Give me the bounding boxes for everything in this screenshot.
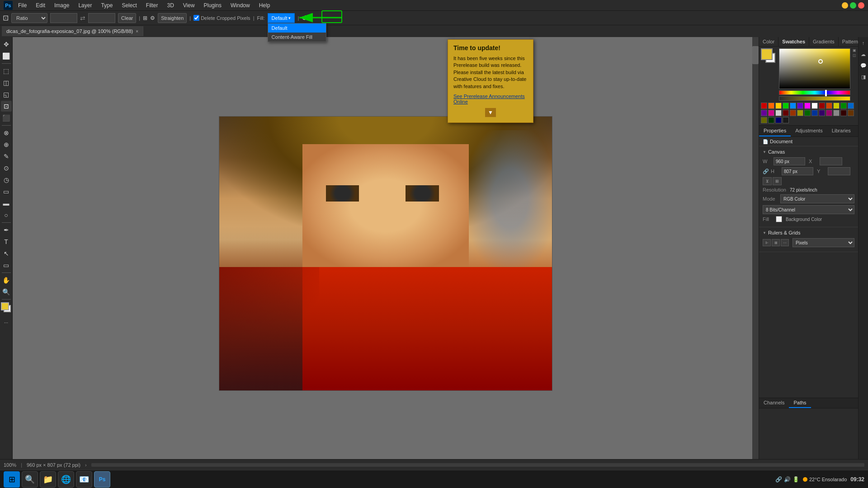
- lasso-tool[interactable]: ◫: [1, 77, 12, 88]
- gradient-tool[interactable]: ▬: [1, 198, 12, 209]
- lock-icon[interactable]: 🔗: [763, 169, 769, 174]
- menu-view[interactable]: View: [179, 1, 198, 9]
- rulers-grids-header[interactable]: ▼ Rulers & Grids: [763, 230, 854, 235]
- hue-slider[interactable]: [779, 90, 850, 95]
- path-select-tool[interactable]: ↖: [1, 248, 12, 259]
- tab-patterns[interactable]: Patterns: [839, 37, 858, 46]
- menu-type[interactable]: Type: [97, 1, 116, 9]
- eraser-tool[interactable]: ▭: [1, 186, 12, 197]
- swatch-item[interactable]: [783, 110, 789, 116]
- spot-heal-tool[interactable]: ⊕: [1, 139, 12, 150]
- object-select-tool[interactable]: ◱: [1, 89, 12, 100]
- swatch-item[interactable]: [833, 110, 840, 116]
- paths-tab[interactable]: Paths: [789, 398, 811, 408]
- ruler-unit-select[interactable]: Pixels: [793, 238, 854, 247]
- swatch-item[interactable]: [768, 110, 774, 116]
- menu-image[interactable]: Image: [51, 1, 73, 9]
- bits-select[interactable]: 8 Bits/Channel: [763, 205, 854, 214]
- message-icon[interactable]: 💬: [859, 61, 868, 70]
- canvas-header[interactable]: ▼ Canvas: [763, 149, 854, 155]
- swatch-item[interactable]: [804, 103, 811, 109]
- cloud-icon[interactable]: ☁: [859, 49, 868, 59]
- eyedropper-tool[interactable]: ⊗: [1, 127, 12, 138]
- libraries-tab[interactable]: Libraries: [827, 126, 855, 136]
- menu-edit[interactable]: Edit: [32, 1, 49, 9]
- ruler-icon-1[interactable]: ⊩: [763, 239, 771, 246]
- panel-toggle-icon[interactable]: ◨: [859, 72, 868, 82]
- canvas-area[interactable]: [13, 37, 759, 470]
- canvas-height-input[interactable]: [782, 167, 813, 175]
- settings-icon[interactable]: ⚙: [150, 15, 155, 21]
- menu-select[interactable]: Select: [118, 1, 140, 9]
- panel-strip-icon-2[interactable]: ◫: [853, 53, 856, 57]
- extra-tools[interactable]: …: [1, 316, 12, 327]
- v-scrollbar[interactable]: [752, 37, 759, 470]
- swatch-item[interactable]: [775, 117, 782, 123]
- swatch-item[interactable]: [826, 103, 832, 109]
- tab-color[interactable]: Color: [759, 37, 778, 46]
- pen-tool[interactable]: ✒: [1, 225, 12, 235]
- fill-color-swatch[interactable]: [776, 216, 782, 222]
- swatch-item[interactable]: [790, 103, 796, 109]
- swatch-item[interactable]: [804, 110, 811, 116]
- swatch-item[interactable]: [775, 103, 782, 109]
- crop-tool[interactable]: ⊡: [1, 101, 12, 112]
- width-input[interactable]: [50, 13, 77, 23]
- panel-strip-icon-1[interactable]: ▣: [853, 48, 856, 52]
- taskbar-start[interactable]: ⊞: [4, 471, 20, 488]
- menu-layer[interactable]: Layer: [75, 1, 95, 9]
- swatch-item[interactable]: [848, 103, 854, 109]
- document-section[interactable]: 📄 Document: [759, 137, 858, 146]
- close-button[interactable]: [858, 2, 864, 9]
- tab-close-button[interactable]: ×: [136, 29, 138, 34]
- swatch-item[interactable]: [811, 103, 818, 109]
- dodge-tool[interactable]: ○: [1, 210, 12, 221]
- tray-volume-icon[interactable]: 🔊: [784, 476, 791, 483]
- maximize-button[interactable]: [850, 2, 856, 9]
- swatch-item[interactable]: [790, 110, 796, 116]
- swatch-item[interactable]: [783, 103, 789, 109]
- mode-select[interactable]: RGB Color: [780, 194, 854, 203]
- clock-display[interactable]: 09:32: [850, 476, 864, 483]
- channels-tab[interactable]: Channels: [759, 398, 789, 408]
- crop-tool-icon[interactable]: ⊡: [3, 14, 9, 22]
- delete-cropped-label[interactable]: Delete Cropped Pixels: [193, 15, 250, 21]
- swatch-item[interactable]: [768, 117, 774, 123]
- menu-3d[interactable]: 3D: [163, 1, 177, 9]
- hand-tool[interactable]: ✋: [1, 275, 12, 286]
- properties-tab[interactable]: Properties: [759, 126, 791, 136]
- swatch-item[interactable]: [819, 103, 825, 109]
- brush-tool[interactable]: ✎: [1, 151, 12, 162]
- taskbar-browser[interactable]: 🌐: [58, 471, 74, 488]
- tray-battery-icon[interactable]: 🔋: [793, 476, 799, 483]
- shape-tool[interactable]: ▭: [1, 260, 12, 271]
- weather-display[interactable]: 22°C Ensolarado: [803, 477, 847, 482]
- taskbar-search[interactable]: 🔍: [22, 471, 38, 488]
- adjustments-tab[interactable]: Adjustments: [791, 126, 827, 136]
- swatch-item[interactable]: [761, 117, 767, 123]
- ruler-icon-3[interactable]: ⋯: [781, 239, 789, 246]
- taskbar-files[interactable]: 📁: [40, 471, 56, 488]
- share-icon[interactable]: ↑: [859, 38, 868, 48]
- clear-button[interactable]: Clear: [118, 13, 136, 23]
- swatch-item[interactable]: [819, 110, 825, 116]
- swatch-item[interactable]: [840, 103, 847, 109]
- menu-filter[interactable]: Filter: [142, 1, 162, 9]
- tab-gradients[interactable]: Gradients: [809, 37, 839, 46]
- swatch-item[interactable]: [768, 103, 774, 109]
- minimize-button[interactable]: [842, 2, 848, 9]
- document-tab[interactable]: dicas_de_fotografia-exposicao_07.jpg @ 1…: [2, 26, 143, 36]
- move-tool[interactable]: ✥: [1, 39, 12, 50]
- swatch-item[interactable]: [826, 110, 832, 116]
- swatch-item[interactable]: [833, 103, 840, 109]
- menu-plugins[interactable]: Plugins: [200, 1, 225, 9]
- notification-link[interactable]: See Prerelease Announcements Online: [453, 94, 525, 104]
- color-gradient-picker[interactable]: [779, 48, 850, 89]
- canvas-width-input[interactable]: [774, 157, 805, 165]
- height-input[interactable]: [88, 13, 115, 23]
- ruler-icon-2[interactable]: ⊞: [772, 239, 780, 246]
- type-tool[interactable]: T: [1, 236, 12, 247]
- status-arrow[interactable]: ›: [85, 462, 87, 468]
- swatch-item[interactable]: [761, 103, 767, 109]
- swatch-item[interactable]: [848, 110, 854, 116]
